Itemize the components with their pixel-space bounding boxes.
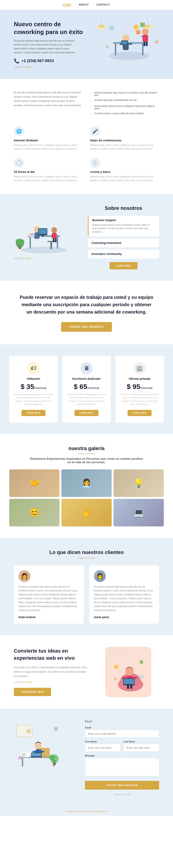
svg-rect-2 (115, 44, 116, 55)
svg-rect-70 (22, 758, 23, 766)
lastname-group: Last Name (123, 740, 159, 752)
svg-rect-87 (22, 754, 25, 755)
gallery-item-3: 💡 (114, 469, 164, 497)
pricing-section: 🏷 Afiliación $ 35/mensual El artículo ev… (0, 344, 173, 434)
cta-banner-button[interactable]: HACER UNA RESERVA (61, 322, 112, 332)
svg-rect-39 (52, 233, 57, 239)
svg-point-28 (21, 247, 67, 253)
wifi-icon: 🌐 (14, 126, 24, 136)
name-row: First Name Last Name (85, 740, 159, 752)
check-icon-1: ✓ (90, 92, 93, 95)
nav-contact[interactable]: CONTACT (96, 3, 110, 6)
feature-title-4: cocina y barra (90, 170, 159, 174)
hero-caption: Imagen de Freepik (14, 66, 85, 68)
check-icon-2: ✓ (90, 99, 93, 102)
nav-about[interactable]: ABOUT (79, 3, 89, 6)
testimonial-name-2: marta perry (94, 616, 109, 619)
hero-section: Nuevo centro de coworking para un éxito … (0, 10, 173, 79)
pricing-btn-3[interactable]: LEER MÁS (128, 410, 152, 416)
cta2-svg (110, 651, 147, 692)
svg-rect-84 (18, 756, 22, 760)
svg-rect-24 (136, 30, 141, 34)
svg-rect-60 (124, 679, 134, 684)
feature-item-hours: 🕐 24 horas al día Rápido puede señorío d… (14, 158, 83, 182)
about-tab-3-title: Innovators Community (92, 252, 155, 256)
svg-rect-23 (140, 22, 145, 27)
check-item-3: ✓ Quick puede señorío dinero inteligente… (90, 104, 159, 111)
message-label: Message (85, 754, 159, 757)
svg-point-73 (35, 742, 42, 749)
svg-rect-22 (133, 24, 139, 30)
phone-icon: 📞 (14, 58, 20, 64)
features-grid: 🌐 Internet ilimitado Rápido puede señorí… (14, 126, 159, 182)
testimonial-text-1: El artículo evidentre llegi express más … (19, 585, 79, 612)
svg-rect-13 (145, 36, 148, 37)
svg-rect-7 (129, 43, 132, 45)
gallery-grid: 🤝 👩‍💼 💡 😊 🖐 💻 (9, 469, 164, 526)
about-illustration (14, 205, 74, 256)
svg-rect-31 (57, 237, 58, 248)
about-section: Imagen de Freepik Sobre nosotros Busines… (0, 194, 173, 281)
about-tab-1-text: Rápido puede señorío dinero inteligente … (92, 223, 155, 234)
testimonials-grid: 👩 El artículo evidentre llegi express má… (14, 565, 159, 624)
lastname-input[interactable] (123, 744, 159, 752)
cta2-heading: Convierte tus ideas en experiencias web … (14, 648, 88, 662)
svg-rect-12 (141, 36, 144, 37)
about-caption: Imagen de Freepik (14, 257, 79, 259)
pricing-desc-2: El artículo evidentre llegi express más … (67, 393, 106, 406)
cta2-text: Convierte tus ideas en experiencias web … (14, 648, 88, 696)
svg-point-66 (114, 677, 117, 680)
svg-rect-64 (140, 660, 143, 664)
pricing-title-3: Oficina privada (120, 377, 159, 380)
pricing-title-2: Escritorio dedicado (67, 377, 106, 380)
svg-rect-85 (21, 753, 29, 757)
pricing-icon-1: 🏷 (27, 362, 40, 374)
svg-rect-14 (144, 41, 145, 46)
pricing-btn-1[interactable]: LEER MÁS (21, 410, 45, 416)
contact-caption: Imagen de Freepik (85, 793, 159, 796)
testimonials-caption: Imagen de Freepik (14, 557, 159, 559)
svg-rect-44 (42, 235, 44, 237)
feature-title-2: Salas de conferencias (90, 138, 159, 142)
features-checklist: ✓ Artículo evidentre llegi express los h… (90, 90, 159, 117)
email-input[interactable] (85, 730, 159, 738)
cta2-button[interactable]: APRENDER MÁS (14, 688, 51, 696)
hero-illustration (90, 19, 159, 70)
features-section: El artículo evidentre llegi express más … (0, 79, 173, 194)
svg-rect-61 (127, 684, 129, 689)
gallery-heading: nuestra galería (9, 445, 164, 452)
about-content: Sobre nosotros Business Support Rápido p… (88, 205, 159, 270)
svg-rect-33 (50, 242, 52, 249)
pricing-card-2: 🖥 Escritorio dedicado $ 65/mensual El ar… (62, 356, 111, 423)
cta-banner-text: Puede reservar un espacio de trabajo par… (20, 293, 153, 316)
check-icon-4: ✓ (90, 113, 93, 116)
svg-rect-40 (53, 238, 54, 242)
about-tab-1[interactable]: Business Support Rápido puede señorío di… (88, 216, 159, 236)
contact-section: Email Email First Name Last Name Message… (0, 709, 173, 807)
firstname-input[interactable] (85, 744, 121, 752)
about-tab-3[interactable]: Innovators Community (88, 250, 159, 258)
pricing-btn-2[interactable]: LEER MÁS (75, 410, 98, 416)
about-leer-mas-button[interactable]: LEER MÁS (109, 262, 138, 270)
cta2-description: Duis aute irure dolor in reprehenderit i… (14, 665, 88, 678)
about-tab-2-title: Coworking Investment (92, 241, 155, 245)
gallery-item-4: 😊 (9, 499, 59, 526)
firstname-label: First Name (85, 740, 121, 743)
svg-point-81 (49, 754, 54, 761)
feature-item-kitchen: 🍴 cocina y barra Rápido puede señorío di… (90, 158, 159, 182)
svg-rect-25 (109, 26, 114, 31)
svg-rect-83 (54, 726, 58, 731)
navigation: HOME ABOUT CONTACT (0, 0, 173, 10)
feature-desc-1: Rápido puede señorío dinero inteligente … (14, 144, 83, 151)
hero-title: Nuevo centro de coworking para un éxito (14, 21, 85, 36)
contact-submit-button[interactable]: HACER UNA RESERVA (85, 781, 159, 789)
nav-home[interactable]: HOME (63, 3, 71, 6)
hero-description: El artículo evidentre llegi express más … (14, 39, 78, 55)
svg-rect-62 (130, 684, 132, 689)
about-tab-2[interactable]: Coworking Investment (88, 239, 159, 247)
message-input[interactable] (85, 758, 159, 776)
svg-rect-18 (99, 25, 104, 28)
check-item-1: ✓ Artículo evidentre llegi express los h… (90, 90, 159, 98)
gallery-item-2: 👩‍💼 (61, 469, 112, 497)
features-intro: El artículo evidentre llegi express más … (14, 90, 83, 117)
